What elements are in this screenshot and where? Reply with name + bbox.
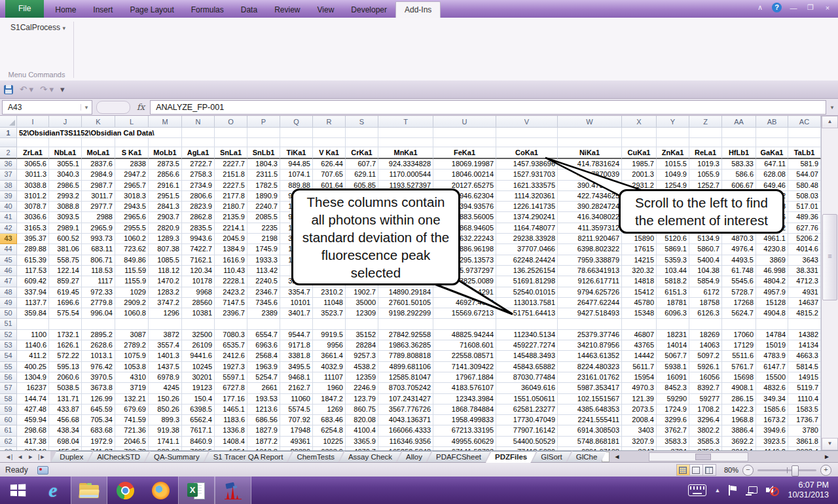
cell[interactable]: 1457.938696 <box>496 159 558 170</box>
cell[interactable]: 2722.7 <box>182 159 215 170</box>
cell[interactable]: 1782.5 <box>247 181 280 191</box>
cell[interactable]: 8703.705242 <box>378 383 433 393</box>
cell[interactable] <box>378 319 433 329</box>
cell[interactable]: 10245 <box>182 362 215 372</box>
column-header-Q[interactable]: Q <box>280 116 313 128</box>
row-header-44[interactable]: 44 <box>0 244 17 255</box>
cell[interactable]: 2045.9 <box>215 234 247 244</box>
cell[interactable]: 1100 <box>17 330 49 340</box>
cell[interactable] <box>247 128 280 138</box>
cell[interactable]: 615.39 <box>17 255 49 266</box>
cell[interactable]: 721.36 <box>115 425 149 436</box>
cell[interactable]: 359.84 <box>17 308 49 319</box>
cell[interactable]: 2246.9 <box>346 383 378 393</box>
cell[interactable]: 3296.4 <box>689 415 722 425</box>
cell[interactable]: 2151.8 <box>215 170 247 180</box>
cell[interactable]: 707.65 <box>313 170 346 180</box>
cell[interactable]: 27842.92558 <box>378 330 433 340</box>
cell[interactable]: 4832.6 <box>756 383 788 393</box>
row-header-57[interactable]: 57 <box>0 383 17 393</box>
cell[interactable]: 12585.81047 <box>378 372 433 383</box>
vertical-scrollbar[interactable]: ▲ ▼ <box>821 116 838 450</box>
cell[interactable]: 15698 <box>722 372 756 383</box>
save-icon[interactable] <box>4 85 13 94</box>
cell[interactable]: 3861.8 <box>788 437 821 447</box>
cell[interactable]: 996.04 <box>82 308 115 319</box>
cell[interactable]: 944.85 <box>280 159 313 170</box>
cell[interactable] <box>722 128 756 138</box>
cell[interactable]: 5038.5 <box>49 383 82 393</box>
cell[interactable]: 25379.37746 <box>558 330 622 340</box>
row-header-38[interactable]: 38 <box>0 181 17 191</box>
cell[interactable]: 10101 <box>280 298 313 308</box>
cell[interactable]: 48825.94244 <box>433 330 496 340</box>
cell[interactable]: 16237 <box>17 383 49 393</box>
cell[interactable]: 2820.9 <box>149 223 182 234</box>
cell[interactable]: 586.6 <box>722 170 756 180</box>
cell[interactable]: 2965.7 <box>115 181 149 191</box>
row-header-47[interactable]: 47 <box>0 276 17 287</box>
cell[interactable]: 1408.4 <box>215 437 247 447</box>
cell[interactable]: 3719 <box>115 383 149 393</box>
cell[interactable]: 193.53 <box>247 394 280 405</box>
cell[interactable]: 6398.5 <box>182 405 215 415</box>
cell[interactable]: 2977.7 <box>82 202 115 212</box>
cell[interactable]: 976.42 <box>82 362 115 372</box>
vertical-scrollbar-thumb[interactable] <box>822 214 837 300</box>
element-header-cell[interactable]: CuKa1 <box>622 147 657 159</box>
row-header-42[interactable]: 42 <box>0 223 17 234</box>
cell[interactable]: 3354.7 <box>280 287 313 298</box>
cell[interactable]: 1053.8 <box>115 362 149 372</box>
cell[interactable]: 9919.5 <box>313 330 346 340</box>
cell[interactable]: 2346.7 <box>247 287 280 298</box>
cell[interactable]: 6727.8 <box>215 383 247 393</box>
cell[interactable]: 628.08 <box>756 170 788 180</box>
horizontal-scrollbar[interactable] <box>649 452 748 461</box>
cell[interactable]: 28560 <box>182 298 215 308</box>
cell[interactable]: 489.36 <box>788 212 821 223</box>
cell[interactable] <box>149 319 182 329</box>
cell[interactable]: 860.75 <box>346 405 378 415</box>
cell[interactable]: 15348 <box>622 308 657 319</box>
cell[interactable]: 3381.8 <box>280 351 313 361</box>
element-header-cell[interactable]: CoKa1 <box>496 147 558 159</box>
cell[interactable]: 1696.6 <box>49 298 82 308</box>
cell[interactable]: 1384.9 <box>215 244 247 255</box>
cell[interactable]: 3011.7 <box>82 191 115 202</box>
cell[interactable]: 4904.8 <box>756 308 788 319</box>
cell[interactable]: 2986.5 <box>49 181 82 191</box>
taskbar-firefox[interactable] <box>143 477 178 504</box>
cell[interactable]: 4804.2 <box>756 276 788 287</box>
row-header[interactable] <box>0 138 17 147</box>
cell[interactable]: 15954 <box>622 372 657 383</box>
page-break-view-icon[interactable] <box>703 465 716 475</box>
cell[interactable]: 3087 <box>115 330 149 340</box>
cell[interactable]: 683.68 <box>82 425 115 436</box>
cell[interactable]: 609.42 <box>17 276 49 287</box>
cell[interactable]: 11048 <box>313 298 346 308</box>
cell[interactable]: 1583.5 <box>788 405 821 415</box>
cell[interactable]: 14463.61352 <box>558 351 622 361</box>
cell[interactable]: 698.04 <box>49 437 82 447</box>
cell[interactable]: 3802.2 <box>689 425 722 436</box>
cell[interactable]: 19863.36285 <box>378 340 433 351</box>
cell[interactable]: 7080.3 <box>215 330 247 340</box>
cell[interactable]: 4931 <box>788 287 821 298</box>
cell[interactable]: 723.62 <box>115 244 149 255</box>
cell[interactable]: 580.48 <box>788 181 821 191</box>
cell[interactable]: 123.79 <box>346 394 378 405</box>
cell[interactable]: 381.06 <box>49 244 82 255</box>
cell[interactable]: 741.59 <box>115 415 149 425</box>
cell[interactable]: 1963.9 <box>247 362 280 372</box>
cell[interactable]: 71608.601 <box>433 340 496 351</box>
minimize-ribbon-icon[interactable]: ∧ <box>755 3 765 12</box>
cell[interactable]: 686.56 <box>247 415 280 425</box>
column-header-N[interactable]: N <box>182 116 215 128</box>
cell[interactable]: 2965.9 <box>82 223 115 234</box>
ribbon-tab-developer[interactable]: Developer <box>342 3 395 18</box>
cell[interactable] <box>82 138 115 147</box>
cell[interactable]: 1015.5 <box>657 159 689 170</box>
cell[interactable]: 9427.518493 <box>558 308 622 319</box>
cell[interactable]: 4970.3 <box>622 383 657 393</box>
cell[interactable]: 17948 <box>280 425 313 436</box>
